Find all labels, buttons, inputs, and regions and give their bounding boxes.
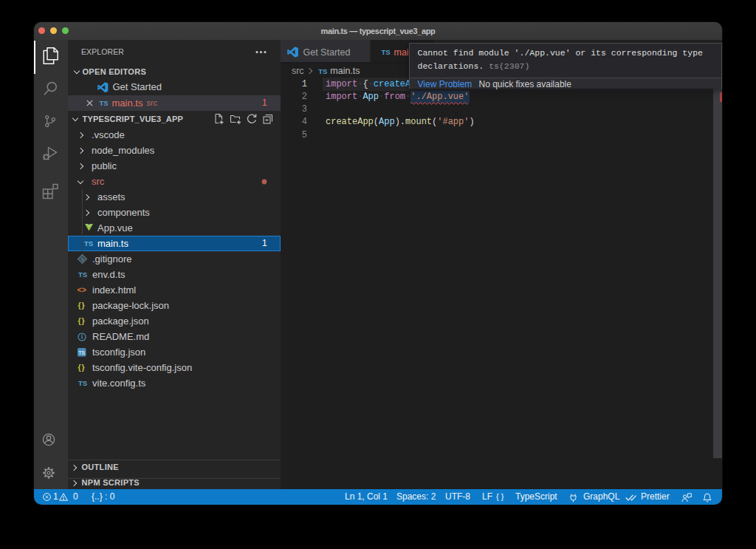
svg-text:TS: TS: [78, 350, 85, 355]
